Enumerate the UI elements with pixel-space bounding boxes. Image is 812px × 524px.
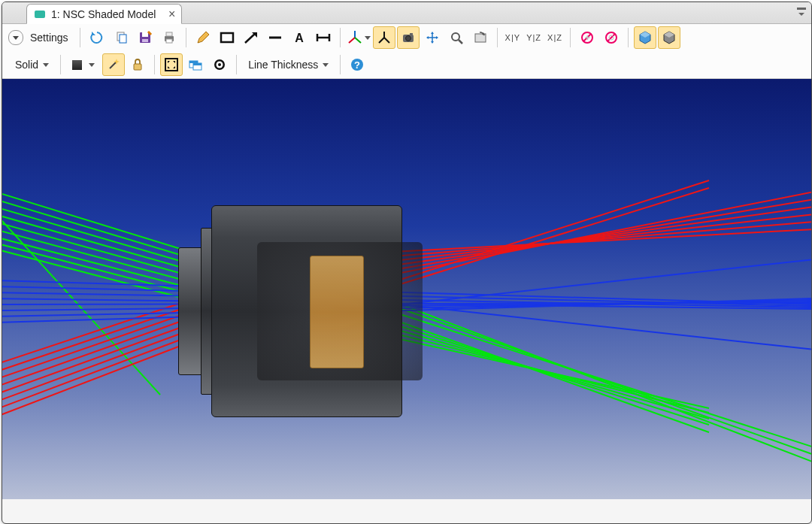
reset-view-icon[interactable] xyxy=(469,26,492,49)
line-icon[interactable] xyxy=(264,26,286,49)
svg-line-64 xyxy=(393,306,811,455)
settings-expand-icon[interactable] xyxy=(8,30,23,45)
svg-text:✚: ✚ xyxy=(584,35,589,41)
separator xyxy=(340,28,341,47)
svg-line-58 xyxy=(393,320,709,432)
svg-line-20 xyxy=(379,38,384,43)
svg-line-36 xyxy=(110,62,117,68)
lens-barrel xyxy=(211,205,402,417)
svg-line-65 xyxy=(393,301,811,462)
svg-point-45 xyxy=(218,63,221,66)
axes-3d-icon[interactable] xyxy=(346,26,371,49)
svg-line-28 xyxy=(459,40,462,44)
line-thickness-label: Line Thickness xyxy=(248,59,318,71)
separator xyxy=(80,28,80,47)
viewport-3d[interactable] xyxy=(2,79,811,499)
shade-swatch-icon xyxy=(72,60,82,70)
lens-assembly xyxy=(178,205,401,416)
solid-dropdown[interactable]: Solid xyxy=(8,53,56,76)
separator xyxy=(570,28,571,47)
toolbar: Settings A X|Y Y|Z X|Z xyxy=(2,24,811,79)
windows-icon[interactable] xyxy=(184,53,207,76)
target-icon[interactable] xyxy=(208,53,231,76)
close-icon[interactable]: × xyxy=(168,8,175,21)
svg-rect-38 xyxy=(165,59,177,71)
axis-xz-button[interactable]: X|Z xyxy=(544,33,565,42)
separator xyxy=(497,28,498,47)
refresh-icon[interactable] xyxy=(86,26,108,49)
separator xyxy=(60,55,61,74)
svg-rect-37 xyxy=(134,64,141,70)
separator xyxy=(186,28,186,47)
axes-flat-icon[interactable] xyxy=(373,26,395,49)
settings-button[interactable]: Settings xyxy=(23,26,75,49)
svg-point-27 xyxy=(452,33,459,41)
svg-line-67 xyxy=(2,336,190,410)
tab-strip: 1: NSC Shaded Model × xyxy=(2,2,811,24)
svg-rect-42 xyxy=(193,63,201,65)
pan-icon[interactable] xyxy=(421,26,444,49)
save-icon[interactable] xyxy=(134,26,156,49)
axis-xy-button[interactable]: X|Y xyxy=(502,33,524,42)
settings-label: Settings xyxy=(30,32,68,44)
zoom-icon[interactable] xyxy=(445,26,468,49)
caret-icon xyxy=(89,63,95,67)
svg-text:A: A xyxy=(295,32,304,44)
dimension-icon[interactable] xyxy=(312,26,335,49)
solid-label: Solid xyxy=(15,59,38,71)
app-window: 1: NSC Shaded Model × Settings A xyxy=(2,2,812,524)
svg-point-23 xyxy=(405,36,411,41)
tab-nsc-shaded-model[interactable]: 1: NSC Shaded Model × xyxy=(26,4,182,24)
svg-line-49 xyxy=(2,199,190,258)
shading-wire-icon[interactable] xyxy=(658,26,680,49)
svg-line-21 xyxy=(384,38,389,43)
help-icon[interactable]: ? xyxy=(346,53,368,76)
line-thickness-dropdown[interactable]: Line Thickness xyxy=(241,53,335,76)
svg-rect-7 xyxy=(166,32,172,36)
svg-rect-2 xyxy=(120,35,126,43)
caret-icon xyxy=(323,63,329,67)
separator xyxy=(236,55,237,74)
tab-title: 1: NSC Shaded Model xyxy=(51,8,156,20)
toolbar-row-1: Settings A X|Y Y|Z X|Z xyxy=(2,24,811,51)
separator xyxy=(340,55,341,74)
arrow-icon[interactable] xyxy=(240,26,262,49)
svg-line-10 xyxy=(245,33,256,43)
rectangle-icon[interactable] xyxy=(216,26,238,49)
svg-rect-24 xyxy=(410,33,413,35)
print-icon[interactable] xyxy=(158,26,180,49)
svg-line-50 xyxy=(2,207,190,264)
svg-rect-8 xyxy=(166,39,172,43)
svg-rect-5 xyxy=(142,39,148,42)
lock-icon[interactable] xyxy=(126,53,149,76)
svg-line-17 xyxy=(349,38,355,43)
svg-rect-4 xyxy=(142,32,148,37)
lens-element xyxy=(310,256,364,368)
svg-line-75 xyxy=(393,199,811,270)
svg-rect-9 xyxy=(221,33,233,42)
svg-line-78 xyxy=(393,222,811,256)
svg-rect-0 xyxy=(797,8,806,10)
camera-icon[interactable] xyxy=(397,26,420,49)
fit-window-icon[interactable] xyxy=(160,53,183,76)
no-measure-icon[interactable]: ✚ xyxy=(576,26,598,49)
separator xyxy=(628,28,629,47)
toolbar-row-2: Solid Line Thickness ? xyxy=(2,51,811,78)
copy-icon[interactable] xyxy=(110,26,132,49)
shading-solid-icon[interactable] xyxy=(634,26,656,49)
tab-icon xyxy=(35,11,45,18)
separator xyxy=(154,55,155,74)
svg-line-68 xyxy=(2,330,190,402)
svg-rect-41 xyxy=(189,61,198,63)
tab-overflow-icon[interactable] xyxy=(796,7,807,20)
svg-line-76 xyxy=(393,207,811,265)
shade-style-dropdown[interactable] xyxy=(65,53,102,76)
svg-line-90 xyxy=(401,304,811,350)
pencil-icon[interactable] xyxy=(192,26,214,49)
text-icon[interactable]: A xyxy=(288,26,311,49)
axis-yz-button[interactable]: Y|Z xyxy=(523,33,544,42)
no-measure-alt-icon[interactable] xyxy=(600,26,623,49)
caret-icon xyxy=(43,63,49,67)
svg-line-18 xyxy=(355,38,361,43)
magic-wand-icon[interactable] xyxy=(102,53,125,76)
